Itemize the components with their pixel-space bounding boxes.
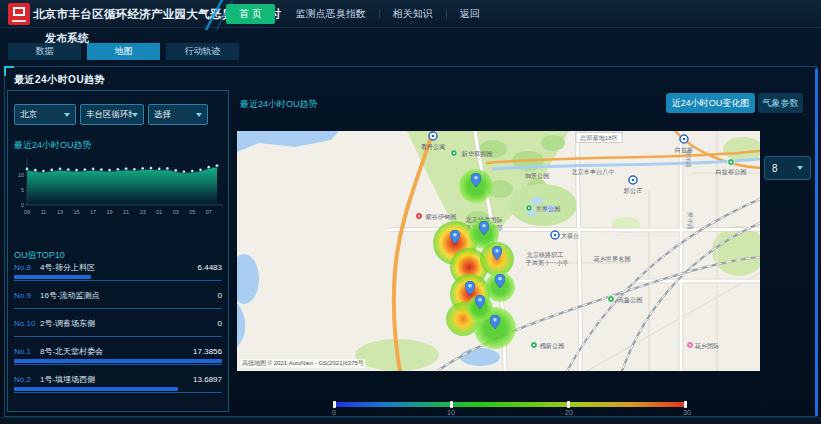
map-pin-icon[interactable] <box>479 221 489 235</box>
chevron-down-icon <box>797 166 803 170</box>
nav-item-back[interactable]: 返回 <box>447 4 493 24</box>
svg-text:11: 11 <box>41 209 47 215</box>
site-select-value: 选择 <box>154 109 171 121</box>
svg-text:5: 5 <box>21 187 24 193</box>
dashboard-screen: 北京市丰台区循环经济产业园大气恶臭状况实时 首 页 监测点恶臭指数 相关知识 返… <box>0 0 821 424</box>
top-list-item[interactable]: No.21号-填埋场西侧13.6897 <box>14 374 222 393</box>
divider <box>14 308 222 309</box>
site-value: 17.3856 <box>193 347 222 356</box>
city-select[interactable]: 北京 <box>14 104 76 125</box>
svg-text:03: 03 <box>173 209 179 215</box>
tab-map[interactable]: 地图 <box>87 43 160 60</box>
top-list-item[interactable]: No.18号-北天堂村委会17.3856 <box>14 346 222 365</box>
top-list-item[interactable]: No.84号-筛分上料区6.4483 <box>14 262 222 281</box>
frame-title: 最近24小时OU趋势 <box>14 73 105 87</box>
top-header: 北京市丰台区循环经济产业园大气恶臭状况实时 首 页 监测点恶臭指数 相关知识 返… <box>0 0 821 28</box>
trend-chart-title: 最近24小时OU趋势 <box>14 139 92 152</box>
scale-tick-marker <box>567 401 570 408</box>
svg-text:15: 15 <box>74 209 80 215</box>
rank-label: No.9 <box>14 291 38 300</box>
divider <box>14 280 222 281</box>
tab-track[interactable]: 行动轨迹 <box>166 43 239 60</box>
map-pin-icon[interactable] <box>475 295 485 309</box>
site-value: 0 <box>218 291 222 300</box>
progress-bar <box>14 359 222 363</box>
svg-text:13: 13 <box>57 209 63 215</box>
svg-text:05: 05 <box>189 209 195 215</box>
logo-glyph <box>13 7 25 16</box>
progress-bar <box>14 387 178 391</box>
scale-label-30: 30 <box>683 409 691 416</box>
nav-item-knowledge[interactable]: 相关知识 <box>380 4 446 24</box>
top-list-item[interactable]: No.102号-调蓄场东侧0 <box>14 318 222 337</box>
progress-bar <box>14 275 91 279</box>
footer-strip <box>0 417 821 424</box>
svg-text:17: 17 <box>90 209 96 215</box>
nav-item-odor-index[interactable]: 监测点恶臭指数 <box>283 4 379 24</box>
ou-change-map-button[interactable]: 近24小时OU变化图 <box>666 93 755 113</box>
map-pin-icon[interactable] <box>450 230 460 244</box>
chevron-down-icon <box>64 113 70 117</box>
rank-label: No.8 <box>14 263 38 272</box>
site-name: 16号-流动监测点 <box>40 290 100 301</box>
scrollbar[interactable] <box>815 68 818 416</box>
site-name: 4号-筛分上料区 <box>40 262 95 273</box>
map-pin-icon[interactable] <box>465 281 475 295</box>
chart-svg: 0510091113151719212301030507 <box>11 155 225 227</box>
heatmap-layer <box>237 131 760 371</box>
svg-text:09: 09 <box>24 209 30 215</box>
main-nav: 首 页 监测点恶臭指数 相关知识 返回 <box>226 0 493 28</box>
ou-top-list: No.84号-筛分上料区6.4483 No.916号-流动监测点0 No.102… <box>14 262 222 402</box>
top-list-item[interactable]: No.916号-流动监测点0 <box>14 290 222 309</box>
site-value: 13.6897 <box>193 375 222 384</box>
weather-params-button[interactable]: 气象参数 <box>758 93 803 113</box>
divider <box>14 364 222 365</box>
view-tabs: 数据 地图 行动轨迹 <box>8 43 239 60</box>
map-pin-icon[interactable] <box>490 315 500 329</box>
map-side-select[interactable]: 8 <box>764 156 811 180</box>
park-select-value: 丰台区循环经济产 <box>86 109 132 121</box>
app-logo-icon <box>8 3 30 25</box>
heatmap-map[interactable]: 看丹公寓新华双拥园总部基地18区御景公园北京市丰台八中郭公庄白盆窑白盆窑公园世界… <box>237 131 760 371</box>
scale-label-20: 20 <box>565 409 573 416</box>
site-name: 8号-北天堂村委会 <box>40 346 103 357</box>
site-name: 2号-调蓄场东侧 <box>40 318 95 329</box>
logo-text-bar <box>12 20 26 22</box>
scale-label-10: 10 <box>447 409 455 416</box>
map-side-select-value: 8 <box>772 163 778 174</box>
city-select-value: 北京 <box>20 109 37 121</box>
scale-tick-marker <box>684 401 687 408</box>
divider <box>14 336 222 337</box>
nav-item-home[interactable]: 首 页 <box>226 4 275 24</box>
svg-text:0: 0 <box>21 202 24 208</box>
tab-data[interactable]: 数据 <box>8 43 81 60</box>
site-name: 1号-填埋场西侧 <box>40 374 95 385</box>
scale-tick-marker <box>333 401 336 408</box>
svg-text:21: 21 <box>123 209 129 215</box>
site-value: 0 <box>218 319 222 328</box>
divider <box>14 392 222 393</box>
chevron-down-icon <box>132 113 138 117</box>
ou-trend-chart: 0510091113151719212301030507 <box>11 155 225 227</box>
ou-color-scale <box>333 402 687 407</box>
map-panel-title: 最近24小时OU趋势 <box>240 98 318 111</box>
svg-text:23: 23 <box>140 209 146 215</box>
frame-corner-accent <box>4 66 14 76</box>
rank-label: No.1 <box>14 347 38 356</box>
site-select[interactable]: 选择 <box>148 104 208 125</box>
left-panel: 北京 丰台区循环经济产 选择 最近24小时OU趋势 05100911131517… <box>7 90 229 412</box>
site-value: 6.4483 <box>198 263 222 272</box>
rank-label: No.10 <box>14 319 38 328</box>
chevron-down-icon <box>196 113 202 117</box>
scale-label-0: 0 <box>332 409 336 416</box>
svg-text:01: 01 <box>156 209 162 215</box>
rank-label: No.2 <box>14 375 38 384</box>
svg-text:19: 19 <box>107 209 113 215</box>
svg-text:10: 10 <box>18 172 24 178</box>
park-select[interactable]: 丰台区循环经济产 <box>80 104 144 125</box>
map-pin-icon[interactable] <box>492 246 502 260</box>
map-pin-icon[interactable] <box>471 173 481 187</box>
scale-tick-marker <box>450 401 453 408</box>
map-pin-icon[interactable] <box>495 274 505 288</box>
map-attribution: 高德地图 © 2021 AutoNavi - GS(2021)6375号 <box>240 359 366 368</box>
